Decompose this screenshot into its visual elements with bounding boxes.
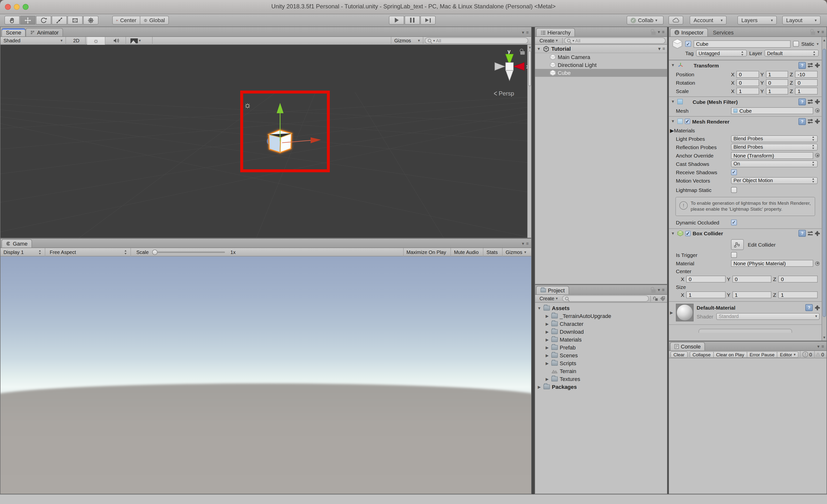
console-error-filter[interactable]: ! 0	[800, 351, 814, 358]
position-z-field[interactable]: -10	[795, 70, 818, 78]
is-trigger-checkbox[interactable]	[731, 252, 737, 258]
scene-panel-menu-icon[interactable]: ≡	[526, 31, 529, 35]
project-create-button[interactable]: Create▾	[537, 295, 561, 302]
console-clear-on-play-button[interactable]: Clear on Play	[714, 351, 747, 358]
label-filter-icon[interactable]	[660, 296, 666, 301]
tab-inspector[interactable]: i Inspector	[670, 28, 708, 37]
cloud-button[interactable]	[669, 16, 683, 24]
collab-button[interactable]: ✓ Collab ▾	[627, 16, 664, 24]
project-folder-scripts[interactable]: ▶ Scripts	[535, 359, 667, 367]
hierarchy-create-button[interactable]: Create▾	[537, 37, 561, 44]
console-collapse-button[interactable]: Collapse	[689, 351, 714, 358]
mesh-filter-header[interactable]: ▼ Cube (Mesh Filter) ?	[669, 97, 822, 106]
inspector-scrollbar-thumb[interactable]	[823, 49, 826, 317]
scrollbar-down-icon[interactable]: ▼	[528, 46, 531, 49]
size-x-field[interactable]: 1	[686, 291, 725, 298]
inspector-lock-icon[interactable]	[811, 32, 815, 35]
scrollbar-up-icon[interactable]: ▲	[823, 38, 826, 42]
size-y-field[interactable]: 1	[732, 291, 771, 298]
gear-icon[interactable]	[815, 63, 820, 68]
project-menu-icon[interactable]: ≡	[662, 288, 665, 292]
tab-services[interactable]: Services	[708, 28, 739, 37]
tab-scene[interactable]: Scene	[1, 28, 26, 37]
pause-button[interactable]	[405, 16, 420, 24]
game-viewport[interactable]	[0, 256, 531, 494]
edit-collider-button[interactable]	[731, 239, 744, 250]
hierarchy-item-cube[interactable]: Cube	[535, 69, 667, 77]
project-caret-icon[interactable]: ▾	[658, 288, 660, 292]
transform-tool-button[interactable]	[83, 16, 98, 24]
scene-scrollbar-thumb[interactable]	[528, 51, 531, 86]
gear-icon[interactable]	[815, 305, 820, 310]
inspector-menu-icon[interactable]: ≡	[821, 30, 824, 34]
rotation-x-field[interactable]: 0	[736, 79, 759, 86]
hand-tool-button[interactable]	[4, 16, 20, 24]
project-folder-character[interactable]: ▶ Character	[535, 320, 667, 328]
rotate-tool-button[interactable]	[36, 16, 51, 24]
hierarchy-lock-icon[interactable]	[651, 32, 656, 35]
scene-viewport[interactable]: ☼ y x < Persp ▼	[0, 45, 531, 238]
console-warning-filter[interactable]: ⚠ 0	[814, 351, 825, 358]
preset-icon[interactable]	[808, 119, 813, 123]
hierarchy-item-directional-light[interactable]: Directional Light	[535, 61, 667, 69]
project-folder-textures[interactable]: ▶ Textures	[535, 375, 667, 383]
project-folder-terrainautoupgrade[interactable]: ▶ _TerrainAutoUpgrade	[535, 312, 667, 320]
shader-dropdown[interactable]: Standard ▾	[716, 313, 820, 320]
scene-search-input[interactable]: ▾ All	[425, 37, 528, 44]
rotation-y-field[interactable]: 0	[766, 79, 788, 86]
tab-console[interactable]: Console	[670, 342, 705, 350]
physic-material-field[interactable]: None (Physic Material)	[731, 260, 813, 267]
tab-game[interactable]: Game	[1, 239, 32, 248]
project-folder-download[interactable]: ▶ Download	[535, 328, 667, 336]
move-tool-button[interactable]	[20, 16, 36, 24]
material-preview-sphere[interactable]	[676, 303, 694, 321]
transform-header[interactable]: ▼ Transform ?	[669, 60, 822, 70]
mesh-renderer-enabled-checkbox[interactable]: ✓	[685, 118, 690, 124]
scene-scrollbar[interactable]: ▼	[527, 45, 531, 238]
object-picker-icon[interactable]	[815, 153, 820, 157]
game-panel-menu-icon[interactable]: ≡	[526, 242, 529, 246]
console-error-pause-button[interactable]: Error Pause	[747, 351, 777, 358]
box-collider-header[interactable]: ▼ ✓ Box Collider ?	[669, 229, 822, 238]
console-clear-button[interactable]: Clear	[671, 351, 687, 358]
motion-vectors-drop[interactable]: Per Object Motion	[731, 177, 818, 184]
layers-dropdown[interactable]: Layers ▾	[737, 16, 777, 24]
game-panel-caret-icon[interactable]: ▾	[522, 242, 524, 246]
hierarchy-search-input[interactable]: ▾ All	[564, 37, 666, 44]
console-menu-icon[interactable]: ≡	[821, 345, 824, 349]
object-picker-icon[interactable]	[815, 261, 820, 265]
project-folder-prefab[interactable]: ▶ Prefab	[535, 344, 667, 351]
gear-icon[interactable]	[815, 119, 820, 124]
rotation-z-field[interactable]: 0	[795, 79, 818, 86]
mesh-renderer-header[interactable]: ▼ ✓ Mesh Renderer ?	[669, 117, 822, 126]
center-z-field[interactable]: 0	[779, 275, 818, 283]
gear-icon[interactable]	[815, 99, 820, 104]
help-icon[interactable]: ?	[798, 98, 806, 105]
hierarchy-item-main-camera[interactable]: Main Camera	[535, 53, 667, 61]
hierarchy-caret-icon[interactable]: ▾	[658, 30, 660, 34]
help-icon[interactable]: ?	[798, 118, 806, 125]
space-toggle-button[interactable]: Global	[140, 16, 169, 24]
object-picker-icon[interactable]	[815, 108, 820, 113]
add-component-button-edge[interactable]	[698, 329, 792, 333]
help-icon[interactable]: ?	[798, 230, 806, 237]
play-button[interactable]	[389, 16, 404, 24]
scene-row-menu-icon[interactable]: ≡	[662, 47, 665, 51]
help-icon[interactable]: ?	[798, 62, 806, 69]
layout-dropdown[interactable]: Layout ▾	[782, 16, 821, 24]
gameobject-cube-icon[interactable]	[672, 38, 683, 49]
aspect-dropdown[interactable]: Free Aspect	[47, 248, 131, 256]
reflection-probes-drop[interactable]: Blend Probes	[731, 144, 818, 150]
scene-panel-caret-icon[interactable]: ▾	[522, 31, 524, 35]
hierarchy-scene-row[interactable]: ▼ Tutorial ▾ ≡	[535, 45, 667, 53]
console-editor-dropdown[interactable]: Editor▾	[778, 351, 799, 358]
tag-dropdown[interactable]: Untagged	[696, 50, 747, 57]
console-caret-icon[interactable]: ▾	[817, 345, 819, 349]
box-collider-enabled-checkbox[interactable]: ✓	[685, 231, 691, 236]
lock-icon[interactable]	[520, 51, 525, 55]
stats-button[interactable]: Stats	[483, 248, 501, 256]
project-search-input[interactable]	[562, 295, 649, 302]
preset-icon[interactable]	[808, 63, 813, 67]
gameobject-active-checkbox[interactable]: ✓	[685, 41, 691, 47]
mute-audio-button[interactable]: Mute Audio	[450, 248, 481, 256]
